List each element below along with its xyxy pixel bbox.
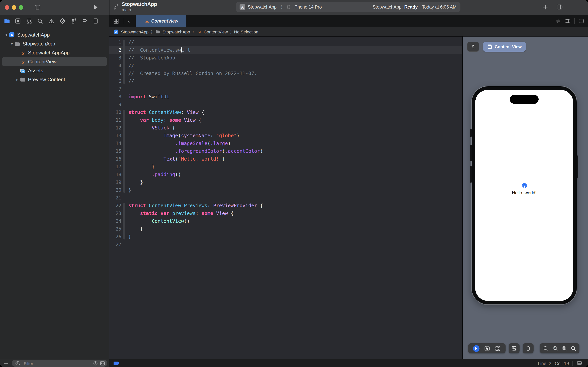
preview-name-pill[interactable]: Content View: [483, 42, 526, 52]
selectable-mode-icon[interactable]: [484, 345, 490, 351]
device-settings-icon[interactable]: [511, 346, 517, 351]
code-line-25[interactable]: 25 }: [109, 225, 462, 233]
code-line-7[interactable]: 7: [109, 85, 462, 93]
debug-navigator-icon[interactable]: [70, 18, 77, 24]
code-line-17[interactable]: 17 }: [109, 163, 462, 171]
zoom-100-icon[interactable]: 1: [552, 345, 558, 351]
line-number[interactable]: 17: [109, 163, 121, 171]
scheme-selector[interactable]: A StopwatchApp ⟩ iPhone 14 Pro: [236, 4, 322, 10]
add-editor-icon[interactable]: [578, 18, 584, 24]
variants-grid-icon[interactable]: [495, 346, 501, 351]
line-number[interactable]: 19: [109, 178, 121, 186]
code-line-20[interactable]: 20}: [109, 186, 462, 194]
disclosure-open-icon[interactable]: ▾: [4, 33, 8, 37]
pin-preview-button[interactable]: [467, 42, 479, 52]
reports-navigator-icon[interactable]: [92, 18, 99, 24]
code-line-13[interactable]: 13 Image(systemName: "globe"): [109, 132, 462, 140]
zoom-out-icon[interactable]: [543, 345, 549, 351]
source-control-navigator-icon[interactable]: [15, 18, 21, 24]
scheme-and-activity-bar[interactable]: A StopwatchApp ⟩ iPhone 14 Pro Stopwatch…: [236, 2, 461, 12]
code-review-icon[interactable]: [555, 19, 561, 23]
fold-ribbon[interactable]: [121, 85, 128, 93]
code-line-27[interactable]: 27: [109, 241, 462, 248]
jump-bar[interactable]: AStopwatchApp⟩StopwatchApp⟩ContentView⟩N…: [109, 27, 588, 37]
sidebar-item-assets[interactable]: Assets: [2, 66, 107, 75]
code-line-22[interactable]: 22struct ContentView_Previews: PreviewPr…: [109, 202, 462, 209]
line-number[interactable]: 18: [109, 171, 121, 178]
sidebar-item-stopwatchapp[interactable]: ▾AStopwatchApp: [2, 30, 107, 39]
live-preview-button[interactable]: [473, 345, 479, 352]
issues-navigator-icon[interactable]: [48, 18, 55, 24]
code-line-9[interactable]: 9: [109, 101, 462, 108]
line-number[interactable]: 15: [109, 147, 121, 155]
code-line-11[interactable]: 11 var body: some View {: [109, 116, 462, 124]
related-items-icon[interactable]: [113, 18, 119, 24]
line-number[interactable]: 14: [109, 140, 121, 147]
sidebar-item-stopwatchappapp[interactable]: StopwatchAppApp: [2, 48, 107, 57]
breakpoints-navigator-icon[interactable]: [82, 18, 88, 24]
line-number[interactable]: 5: [109, 70, 121, 77]
device-bezel-icon[interactable]: [526, 345, 531, 351]
add-file-button[interactable]: [3, 360, 9, 366]
zoom-fit-icon[interactable]: [561, 345, 567, 351]
code-line-10[interactable]: 10struct ContentView: View {: [109, 108, 462, 116]
code-line-8[interactable]: 8import SwiftUI: [109, 93, 462, 101]
line-number[interactable]: 1: [109, 39, 121, 46]
line-number[interactable]: 20: [109, 186, 121, 194]
code-line-16[interactable]: 16 Text("Hello, world!"): [109, 155, 462, 163]
code-line-4[interactable]: 4//: [109, 62, 462, 70]
sidebar-item-stopwatchapp[interactable]: ▾StopwatchApp: [2, 39, 107, 48]
line-number[interactable]: 11: [109, 116, 121, 124]
line-number[interactable]: 26: [109, 233, 121, 241]
code-line-14[interactable]: 14 .imageScale(.large): [109, 140, 462, 147]
breadcrumb-item[interactable]: ContentView: [196, 29, 228, 34]
recents-filter-icon[interactable]: [93, 361, 98, 366]
fold-ribbon[interactable]: [121, 194, 128, 202]
line-number[interactable]: 2: [109, 46, 121, 54]
tests-navigator-icon[interactable]: [59, 18, 66, 24]
tab-contentview[interactable]: ContentView: [136, 15, 186, 27]
sidebar-item-preview-content[interactable]: ▸Preview Content: [2, 75, 107, 84]
back-button[interactable]: [127, 18, 131, 24]
line-number[interactable]: 12: [109, 124, 121, 132]
code-line-24[interactable]: 24 ContentView(): [109, 217, 462, 225]
find-navigator-icon[interactable]: [37, 18, 43, 24]
code-line-19[interactable]: 19 }: [109, 178, 462, 186]
code-line-18[interactable]: 18 .padding(): [109, 171, 462, 178]
filter-field[interactable]: Filter: [12, 360, 107, 367]
library-add-button[interactable]: [543, 4, 548, 10]
line-number[interactable]: 25: [109, 225, 121, 233]
line-number[interactable]: 23: [109, 209, 121, 217]
sidebar-item-contentview[interactable]: ContentView: [2, 57, 107, 66]
run-button[interactable]: [93, 4, 99, 10]
project-navigator-icon[interactable]: [3, 18, 10, 24]
toggle-inspector-icon[interactable]: [556, 4, 563, 10]
line-number[interactable]: 27: [109, 241, 121, 248]
line-number[interactable]: 22: [109, 202, 121, 209]
filter-icon[interactable]: [14, 361, 22, 366]
zoom-window-button[interactable]: [19, 5, 23, 10]
code-line-23[interactable]: 23 static var previews: some View {: [109, 209, 462, 217]
disclosure-open-icon[interactable]: ▾: [10, 42, 14, 46]
code-line-15[interactable]: 15 .foregroundColor(.accentColor): [109, 147, 462, 155]
line-number[interactable]: 16: [109, 155, 121, 163]
breadcrumb-item[interactable]: AStopwatchApp: [113, 29, 149, 35]
line-number[interactable]: 24: [109, 217, 121, 225]
fold-ribbon[interactable]: [121, 101, 128, 108]
line-number[interactable]: 21: [109, 194, 121, 202]
code-line-21[interactable]: 21: [109, 194, 462, 202]
breadcrumb-item[interactable]: StopwatchApp: [155, 29, 190, 34]
code-line-5[interactable]: 5// Created by Russell Gordon on 2022-11…: [109, 70, 462, 77]
line-number[interactable]: 6: [109, 77, 121, 85]
line-number[interactable]: 9: [109, 101, 121, 108]
disclosure-closed-icon[interactable]: ▸: [15, 78, 19, 82]
code-line-12[interactable]: 12 VStack {: [109, 124, 462, 132]
code-fold-bar[interactable]: [123, 203, 125, 240]
source-control-filter-icon[interactable]: [100, 361, 105, 366]
code-line-6[interactable]: 6//: [109, 77, 462, 85]
line-number[interactable]: 8: [109, 93, 121, 101]
fold-ribbon[interactable]: [121, 93, 128, 101]
code-fold-bar[interactable]: [123, 40, 125, 84]
code-editor[interactable]: 1//2// ContentView.swift3// StopwatchApp…: [109, 37, 462, 359]
code-line-3[interactable]: 3// StopwatchApp: [109, 54, 462, 62]
